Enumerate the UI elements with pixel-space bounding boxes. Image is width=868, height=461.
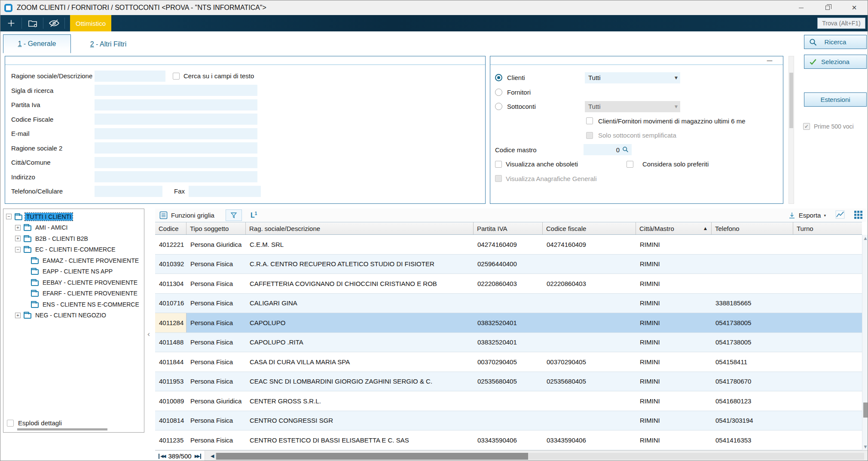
table-cell: 4011304 bbox=[155, 274, 186, 293]
ottimistico-button[interactable]: Ottimistico bbox=[70, 15, 111, 31]
filter-panel-scrollbar[interactable] bbox=[789, 56, 794, 204]
codice-mastro-zoom-button[interactable] bbox=[622, 146, 629, 154]
codice-mastro-input[interactable]: 0 bbox=[584, 144, 632, 155]
column-header[interactable]: Telefono bbox=[712, 222, 793, 234]
estensioni-button[interactable]: Estensioni bbox=[804, 92, 867, 107]
new-button[interactable] bbox=[0, 15, 21, 31]
hide-obsolete-button[interactable] bbox=[43, 15, 64, 31]
field-input[interactable] bbox=[95, 99, 257, 111]
field-input[interactable] bbox=[95, 128, 257, 139]
maximize-button[interactable] bbox=[814, 0, 841, 15]
cerca-campi-testo-checkbox[interactable] bbox=[173, 73, 180, 80]
collapse-panel-button[interactable]: — bbox=[767, 57, 773, 64]
field-row: Telefono/CellulareFax bbox=[5, 184, 485, 199]
tree-item[interactable]: +AMI - AMICI bbox=[3, 222, 144, 234]
fax-input[interactable] bbox=[189, 186, 261, 197]
table-row[interactable]: 4010716Persona FisicaCALIGARI GINARIMINI… bbox=[155, 294, 862, 313]
open-folder-button[interactable] bbox=[22, 15, 43, 31]
esplodi-dettagli-checkbox[interactable] bbox=[7, 420, 14, 427]
clienti-radio[interactable] bbox=[495, 74, 502, 81]
tree-item[interactable]: EAPP - CLIENTE NS APP bbox=[3, 266, 144, 277]
table-row[interactable]: 4011304Persona FisicaCAFFETTERIA COVIGNA… bbox=[155, 274, 862, 294]
table-cell: Persona Fisica bbox=[186, 313, 246, 332]
column-header[interactable]: Partita IVA bbox=[474, 222, 543, 234]
esporta-button[interactable]: Esporta ▾ bbox=[788, 212, 826, 219]
tree-hscrollbar[interactable] bbox=[17, 428, 107, 430]
field-row: Ragione sociale 2 bbox=[5, 141, 485, 156]
tree-item[interactable]: EAMAZ - CLIENTE PROVENIENTE bbox=[3, 255, 144, 266]
scroll-down-icon[interactable]: ▼ bbox=[862, 445, 868, 449]
filter-toggle-button[interactable] bbox=[226, 209, 242, 221]
tree-item[interactable]: −TUTTI I CLIENTI bbox=[3, 211, 144, 222]
expander-plus-icon[interactable]: + bbox=[15, 236, 21, 241]
table-cell bbox=[712, 255, 793, 274]
movimenti-magazzino-checkbox[interactable] bbox=[586, 117, 593, 124]
table-row[interactable]: 4011488Persona FisicaCAPOLUPO .RITA03832… bbox=[155, 333, 862, 353]
first-page-button[interactable]: ◀◀ bbox=[159, 454, 165, 459]
table-row[interactable]: 4012221Persona GiuridicaC.E.M. SRL042741… bbox=[155, 235, 862, 255]
grid-view-button[interactable] bbox=[854, 211, 862, 220]
table-row[interactable]: 4011844Persona FisicaCASA DI CURA VILLA … bbox=[155, 352, 862, 372]
column-header[interactable]: Codice fiscale bbox=[543, 222, 636, 234]
table-cell: 04274160409 bbox=[543, 235, 636, 254]
scrollbar-thumb[interactable] bbox=[216, 453, 528, 460]
table-cell bbox=[793, 391, 862, 411]
field-label: Ragione sociale/Descrizione bbox=[5, 72, 95, 80]
field-input[interactable] bbox=[95, 71, 165, 82]
column-header[interactable]: Tipo soggetto bbox=[186, 222, 246, 234]
grid-vscrollbar[interactable]: ▲ ▼ bbox=[862, 235, 868, 450]
funzioni-griglia-button[interactable]: Funzioni griglia bbox=[159, 211, 214, 219]
field-input[interactable] bbox=[95, 85, 257, 96]
prime-500-checkbox[interactable] bbox=[803, 123, 810, 130]
minimize-button[interactable] bbox=[788, 0, 814, 15]
scrollbar-thumb[interactable] bbox=[789, 73, 793, 128]
field-input[interactable] bbox=[95, 142, 257, 154]
field-input[interactable] bbox=[95, 157, 257, 168]
tab-generale[interactable]: 1 - Generale bbox=[3, 34, 71, 53]
tree-item[interactable]: +B2B - CLIENTI B2B bbox=[3, 233, 144, 244]
expander-plus-icon[interactable]: + bbox=[15, 225, 21, 230]
sottoconti-radio[interactable] bbox=[495, 103, 502, 110]
esplodi-dettagli-row: Esplodi dettagli bbox=[7, 419, 62, 427]
ricerca-button[interactable]: Ricerca bbox=[804, 35, 867, 49]
field-input[interactable] bbox=[95, 171, 257, 182]
field-input[interactable] bbox=[95, 114, 257, 125]
tree-collapse-splitter[interactable]: ‹ bbox=[146, 326, 152, 343]
considera-preferiti-checkbox[interactable] bbox=[627, 161, 633, 168]
expander-minus-icon[interactable]: − bbox=[15, 247, 21, 252]
expander-plus-icon[interactable]: + bbox=[15, 313, 21, 318]
expander-minus-icon[interactable]: − bbox=[6, 214, 12, 219]
tab-altri-filtri[interactable]: 2 - Altri Filtri bbox=[76, 36, 141, 53]
column-header[interactable]: Turno bbox=[793, 222, 862, 234]
tree-item[interactable]: ENS - CLIENTE NS E-COMMERCE bbox=[3, 299, 144, 310]
table-row[interactable]: 4011235Persona FisicaCENTRO ESTETICO DI … bbox=[155, 430, 862, 450]
table-row[interactable]: 4010814Persona FisicaCENTRO CONGRESSI SG… bbox=[155, 411, 862, 431]
column-header[interactable]: Rag. sociale/Descrizione bbox=[246, 222, 474, 234]
chart-view-button[interactable] bbox=[835, 210, 845, 220]
table-cell bbox=[474, 391, 543, 411]
table-row[interactable]: 4010089Persona GiuridicaCENTER GROSS S.R… bbox=[155, 391, 862, 411]
table-row[interactable]: 4011284Persona FisicaCAPOLUPO03832520401… bbox=[155, 313, 862, 333]
scrollbar-thumb[interactable] bbox=[863, 403, 868, 418]
last-page-button[interactable]: ▶▶ bbox=[195, 454, 201, 459]
tree-item[interactable]: EEBAY - CLIENTE PROVENIENTE bbox=[3, 277, 144, 288]
clienti-select[interactable]: Tutti▼ bbox=[585, 72, 680, 83]
column-header[interactable]: Codice bbox=[155, 222, 186, 234]
tree-item[interactable]: +NEG - CLIENTI NEGOZIO bbox=[3, 310, 144, 321]
visualizza-obsoleti-checkbox[interactable] bbox=[495, 161, 502, 168]
scroll-left-icon[interactable]: ◀ bbox=[211, 454, 214, 459]
grid-hscrollbar[interactable] bbox=[215, 453, 864, 460]
column-header[interactable]: Città/Mastro▲ bbox=[636, 222, 712, 234]
table-row[interactable]: 4010392Persona FisicaC.R.A. CENTRO RECUP… bbox=[155, 255, 862, 274]
scroll-up-icon[interactable]: ▲ bbox=[862, 236, 868, 240]
sort-level-button[interactable]: L1 bbox=[251, 211, 257, 219]
seleziona-button[interactable]: Seleziona bbox=[804, 55, 867, 69]
fornitori-radio[interactable] bbox=[495, 89, 502, 96]
tree-item[interactable]: EFARF - CLIENTE PROVENIENTE bbox=[3, 288, 144, 299]
tree-item[interactable]: −EC - CLIENTI E-COMMERCE bbox=[3, 244, 144, 255]
field-input[interactable] bbox=[95, 186, 162, 197]
close-button[interactable]: ✕ bbox=[841, 0, 868, 15]
find-input[interactable] bbox=[817, 18, 865, 29]
page-count: 389/500 bbox=[168, 452, 191, 460]
table-row[interactable]: 4011953Persona FisicaCEAC SNC DI LOMBARD… bbox=[155, 372, 862, 392]
